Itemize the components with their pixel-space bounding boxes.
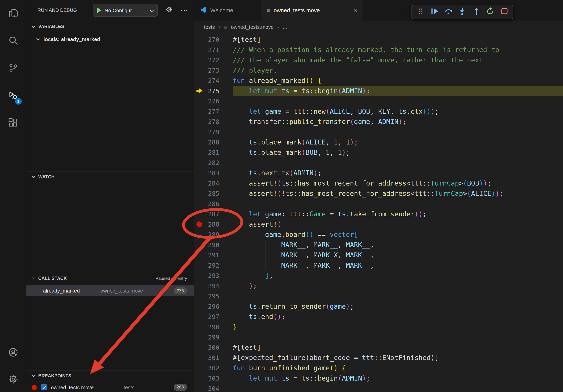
gutter[interactable]: 274 [194, 75, 233, 86]
gutter[interactable]: 279 [194, 127, 233, 137]
step-into-button[interactable] [456, 6, 469, 18]
gutter[interactable]: 283 [194, 168, 233, 178]
activity-account-button[interactable] [3, 343, 23, 362]
call-stack-section-header[interactable]: CALL STACK Paused on entry [26, 273, 194, 283]
activity-settings-button[interactable] [3, 370, 23, 389]
breakpoint-column[interactable] [194, 157, 204, 168]
stop-button[interactable] [498, 6, 511, 18]
watch-section-header[interactable]: WATCH [26, 171, 194, 182]
breakpoint-column[interactable] [194, 342, 204, 353]
gutter[interactable]: 303 [194, 373, 233, 383]
breakpoint-column[interactable] [194, 65, 204, 75]
breakpoint-column[interactable] [194, 332, 204, 342]
breakpoint-column[interactable] [194, 198, 204, 209]
gutter[interactable]: 271 [194, 45, 233, 55]
breakpoint-column[interactable] [194, 383, 204, 392]
breakpoint-column[interactable] [194, 260, 204, 270]
breakpoint-column[interactable] [194, 363, 204, 373]
activity-explorer-button[interactable] [3, 4, 23, 23]
close-tab-icon[interactable]: × [353, 7, 357, 14]
gutter[interactable]: 282 [194, 157, 233, 168]
variables-scope-row[interactable]: locals: already_marked [26, 34, 194, 44]
activity-run-debug-button[interactable]: 1 [3, 86, 23, 105]
breakpoint-column[interactable] [194, 250, 204, 260]
gutter[interactable]: 292 [194, 260, 233, 270]
breakpoint-column[interactable] [194, 55, 204, 65]
gutter[interactable]: 289 [194, 229, 233, 240]
breakpoint-column[interactable] [194, 301, 204, 312]
toolbar-drag-handle[interactable] [414, 6, 427, 18]
gutter[interactable]: 276 [194, 96, 233, 106]
gutter[interactable]: 299 [194, 332, 233, 342]
gutter[interactable]: 270 [194, 34, 233, 45]
breakpoint-column[interactable] [194, 240, 204, 250]
breakpoint-column[interactable] [194, 353, 204, 363]
breakpoint-column[interactable] [194, 137, 204, 147]
gutter[interactable]: 273 [194, 65, 233, 75]
gutter[interactable]: 295 [194, 291, 233, 301]
breakpoint-column[interactable] [194, 45, 204, 55]
gutter[interactable]: 278 [194, 117, 233, 127]
debug-config-dropdown[interactable]: No Configur [93, 4, 158, 17]
gutter[interactable]: 284 [194, 178, 233, 188]
breakpoint-column[interactable] [194, 373, 204, 383]
more-actions-button[interactable]: ··· [179, 5, 190, 15]
breakpoint-column[interactable] [194, 117, 204, 127]
gutter[interactable]: 293 [194, 270, 233, 281]
activity-search-button[interactable] [3, 32, 23, 51]
breakpoint-column[interactable] [194, 178, 204, 188]
gutter[interactable]: 286 [194, 198, 233, 209]
breakpoint-column[interactable] [194, 322, 204, 332]
start-debug-icon[interactable] [97, 8, 102, 13]
breakpoint-list-item[interactable]: owned_tests.move tests 288 [26, 382, 194, 392]
breakpoint-column[interactable] [194, 96, 204, 106]
tab-welcome[interactable]: Welcome [194, 0, 261, 21]
activity-extensions-button[interactable] [3, 114, 23, 133]
call-stack-frame-row[interactable]: already_marked owned_tests.move 275 [26, 285, 194, 296]
gutter[interactable]: 285 [194, 188, 233, 198]
breakpoint-column[interactable] [194, 219, 204, 229]
gutter[interactable]: 298 [194, 322, 233, 332]
gutter[interactable]: 297 [194, 312, 233, 322]
breakpoint-column[interactable] [194, 270, 204, 281]
tab-owned-tests-move[interactable]: ≡ owned_tests.move × [261, 0, 363, 21]
breakpoint-column[interactable] [194, 147, 204, 157]
step-out-button[interactable] [470, 6, 483, 18]
gutter[interactable]: 304 [194, 383, 233, 392]
breadcrumb-item-symbol[interactable]: ... [283, 24, 287, 30]
breakpoint-dot-icon[interactable] [196, 222, 202, 227]
breakpoint-column[interactable] [194, 34, 204, 45]
breakpoint-column[interactable] [194, 312, 204, 322]
breakpoint-column[interactable] [194, 209, 204, 219]
breakpoint-column[interactable] [194, 75, 204, 86]
continue-button[interactable] [428, 6, 441, 18]
gutter[interactable]: 291 [194, 250, 233, 260]
variables-section-header[interactable]: VARIABLES [26, 21, 194, 32]
gutter[interactable]: 300 [194, 342, 233, 353]
gutter[interactable]: 296 [194, 301, 233, 312]
restart-button[interactable] [484, 6, 497, 18]
gutter[interactable]: 287 [194, 209, 233, 219]
breakpoint-column[interactable] [194, 127, 204, 137]
breakpoint-column[interactable] [194, 229, 204, 240]
breakpoint-column[interactable] [194, 281, 204, 291]
gutter[interactable]: 280 [194, 137, 233, 147]
breakpoint-column[interactable] [194, 106, 204, 117]
breakpoint-column[interactable] [194, 188, 204, 198]
debug-settings-button[interactable] [163, 5, 174, 15]
gutter[interactable]: 294 [194, 281, 233, 291]
breakpoint-column[interactable] [194, 168, 204, 178]
step-over-button[interactable] [442, 6, 455, 18]
gutter[interactable]: 302 [194, 363, 233, 373]
gutter[interactable]: 288 [194, 219, 233, 229]
breakpoint-enabled-checkbox[interactable] [41, 384, 47, 391]
gutter[interactable]: 281 [194, 147, 233, 157]
breadcrumb-item-tests[interactable]: tests [204, 24, 215, 30]
breakpoint-column[interactable] [194, 291, 204, 301]
breadcrumb-item-file[interactable]: owned_tests.move [231, 24, 274, 30]
breakpoint-column[interactable] [194, 86, 204, 96]
gutter[interactable]: 301 [194, 353, 233, 363]
breakpoints-section-header[interactable]: BREAKPOINTS [26, 370, 194, 380]
gutter[interactable]: 277 [194, 106, 233, 117]
gutter[interactable]: 275 [194, 86, 233, 96]
